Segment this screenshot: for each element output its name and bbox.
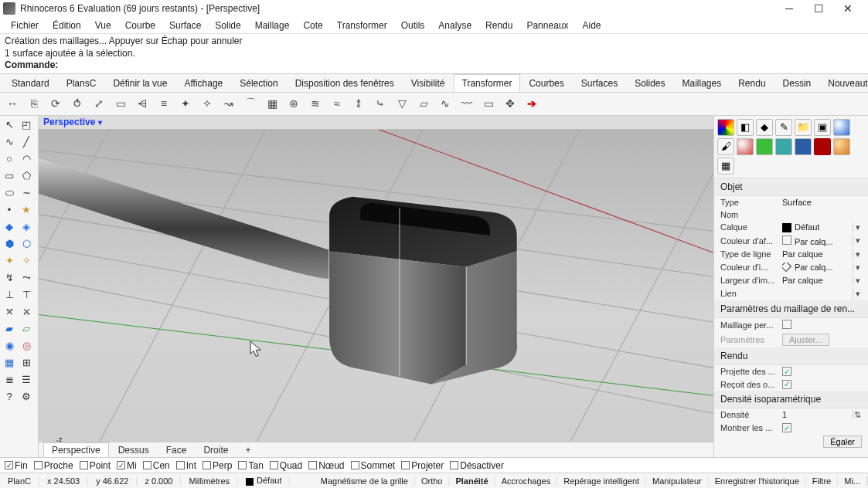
status-rep-rage-intelligent[interactable]: Repérage intelligent xyxy=(557,476,646,486)
checkbox-projette[interactable]: ✓ xyxy=(782,367,791,376)
tab-sélection[interactable]: Sélection xyxy=(231,74,286,92)
lien-dropdown-icon[interactable]: ▾ xyxy=(853,289,862,299)
orient-3pt-icon[interactable]: ✧ xyxy=(199,96,215,111)
viewport-dropdown-icon[interactable]: ▾ xyxy=(98,118,102,127)
orient-icon[interactable]: ✦ xyxy=(178,96,193,111)
close-button[interactable]: ✕ xyxy=(837,2,859,15)
copy-icon[interactable]: ⎘ xyxy=(26,96,42,111)
vp-tab-dessus[interactable]: Dessus xyxy=(111,443,157,457)
materials-icon[interactable] xyxy=(717,119,734,136)
help-icon[interactable]: ? xyxy=(2,389,17,405)
project-icon[interactable]: ▭ xyxy=(481,96,496,111)
gumball-icon[interactable]: ➔ xyxy=(524,96,540,111)
camera-icon[interactable] xyxy=(814,138,831,155)
osnap-cen[interactable]: Cen xyxy=(143,460,170,471)
text-icon[interactable]: ★ xyxy=(19,202,34,218)
vp-tab-perspective[interactable]: Perspective xyxy=(43,442,109,457)
pan-icon[interactable]: ⤧ xyxy=(2,304,17,320)
checkbox-maillage-perso[interactable] xyxy=(782,320,791,329)
tab-surfaces[interactable]: Surfaces xyxy=(573,74,626,92)
solid-icon[interactable]: ⬢ xyxy=(2,236,17,252)
command-input[interactable] xyxy=(61,59,863,72)
polyline-icon[interactable]: ∿ xyxy=(2,134,17,150)
mesh-icon[interactable]: ✦ xyxy=(2,253,17,269)
osnap-proche[interactable]: Proche xyxy=(34,460,73,471)
ground-icon[interactable] xyxy=(756,138,773,155)
set-point-icon[interactable]: ✥ xyxy=(502,96,518,111)
rect-icon[interactable]: ▭ xyxy=(2,168,17,184)
tab-courbes[interactable]: Courbes xyxy=(520,74,572,92)
vp-tab-face[interactable]: Face xyxy=(158,443,195,457)
twist-icon[interactable]: ⥉ xyxy=(351,96,366,111)
vp-tab-droite[interactable]: Droite xyxy=(196,443,236,457)
tab-disposition-des-fenêtres[interactable]: Disposition des fenêtres xyxy=(287,74,403,92)
circle-icon[interactable]: ○ xyxy=(2,151,17,167)
smooth-icon[interactable]: ∿ xyxy=(437,96,453,111)
ligne-dropdown-icon[interactable]: ▾ xyxy=(853,249,862,259)
tab-solides[interactable]: Solides xyxy=(626,74,673,92)
menu-fichier[interactable]: Fichier xyxy=(5,19,45,32)
box-icon[interactable]: ▭ xyxy=(113,96,128,111)
value-densite[interactable]: 1 xyxy=(782,410,853,419)
status-filtre[interactable]: Filtre xyxy=(806,476,838,486)
status-enregistrer-l-historique[interactable]: Enregistrer l'historique xyxy=(709,476,806,486)
menu-surface[interactable]: Surface xyxy=(163,19,207,32)
status-plan-it-[interactable]: Planéité xyxy=(449,476,495,486)
grid-icon[interactable]: ▦ xyxy=(2,355,17,371)
array-icon[interactable]: ▦ xyxy=(264,96,280,111)
menu-analyse[interactable]: Analyse xyxy=(432,19,478,32)
tab-plansc[interactable]: PlansC xyxy=(58,74,105,92)
lasso-icon[interactable]: ◰ xyxy=(19,117,34,133)
bend-icon[interactable]: ⤷ xyxy=(373,96,388,111)
shade-icon[interactable]: ◎ xyxy=(19,338,34,354)
viewport-perspective[interactable]: z x y xyxy=(39,130,713,442)
libraries-icon[interactable]: 📁 xyxy=(795,119,812,136)
flow-icon[interactable]: 〰 xyxy=(459,96,475,111)
sun-icon[interactable] xyxy=(775,138,792,155)
render-icon[interactable]: ◆ xyxy=(756,119,773,136)
sky-icon[interactable] xyxy=(795,138,812,155)
checkbox-montrer[interactable]: ✓ xyxy=(782,423,791,432)
surface-icon[interactable]: ◆ xyxy=(2,219,17,235)
osnap-fin[interactable]: ✓Fin xyxy=(5,460,28,471)
menu-solide[interactable]: Solide xyxy=(209,19,247,32)
arc-icon[interactable]: ◠ xyxy=(19,151,34,167)
status-manipulateur[interactable]: Manipulateur xyxy=(646,476,709,486)
snap-icon[interactable]: ⊞ xyxy=(19,355,34,371)
array-surface-icon[interactable]: ≈ xyxy=(329,96,345,111)
osnap-nœud[interactable]: Nœud xyxy=(308,460,344,471)
light-icon[interactable] xyxy=(833,138,850,155)
props-icon[interactable]: ☰ xyxy=(19,372,34,388)
value-calque[interactable]: Défaut xyxy=(782,222,853,232)
plane2-icon[interactable]: ▱ xyxy=(19,321,34,337)
line-icon[interactable]: ╱ xyxy=(19,134,34,150)
osnap-point[interactable]: Point xyxy=(80,460,111,471)
status-units[interactable]: Millimètres xyxy=(181,476,238,486)
scale-icon[interactable]: ⤢ xyxy=(91,96,107,111)
status-mi-[interactable]: Mi... xyxy=(838,476,867,486)
texture-icon[interactable] xyxy=(833,119,850,136)
osnap-mi[interactable]: ✓Mi xyxy=(117,460,137,471)
value-couleur-imp[interactable]: Par calq... xyxy=(782,263,853,272)
tab-rendu[interactable]: Rendu xyxy=(730,74,774,92)
surface2-icon[interactable]: ◈ xyxy=(19,219,34,235)
osnap-int[interactable]: Int xyxy=(176,460,196,471)
menu-transformer[interactable]: Transformer xyxy=(331,19,393,32)
minimize-button[interactable]: ─ xyxy=(778,2,800,15)
maximize-button[interactable]: ☐ xyxy=(808,2,829,15)
tab-visibilité[interactable]: Visibilité xyxy=(403,74,454,92)
orient-curve-icon[interactable]: ↝ xyxy=(221,96,237,111)
ellipse-icon[interactable]: ⬭ xyxy=(2,185,17,201)
taper-icon[interactable]: ▽ xyxy=(394,96,410,111)
env-icon[interactable] xyxy=(737,138,754,155)
osnap-sommet[interactable]: Sommet xyxy=(351,460,396,471)
osnap-désactiver[interactable]: Désactiver xyxy=(450,460,504,471)
value-couleur-aff[interactable]: Par calq... xyxy=(782,236,853,246)
status-accrochages[interactable]: Accrochages xyxy=(495,476,558,486)
status-ortho[interactable]: Ortho xyxy=(415,476,450,486)
array-curve-icon[interactable]: ≋ xyxy=(308,96,323,111)
couli-dropdown-icon[interactable]: ▾ xyxy=(853,263,862,273)
help-panel-icon[interactable]: ▣ xyxy=(814,119,831,136)
move-icon[interactable]: ↔ xyxy=(5,96,20,111)
options-icon[interactable]: ⚙ xyxy=(19,389,34,405)
